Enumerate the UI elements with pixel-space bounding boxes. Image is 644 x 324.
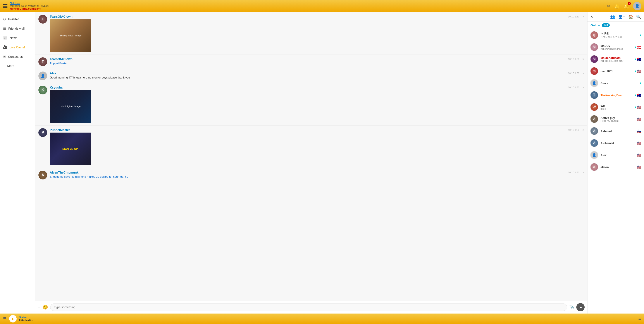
equalizer-icon[interactable]: ☰: [3, 316, 6, 321]
avatar: T: [590, 91, 598, 99]
msg-username[interactable]: Ksyusha: [50, 86, 584, 89]
site-name[interactable]: MyFreeCams.com(18+): [10, 7, 49, 10]
diamond-icon: ♦: [640, 33, 642, 37]
country-flag: 🇺🇸: [637, 105, 642, 109]
msg-text: Good morning 47f bi usa here no men or b…: [50, 76, 584, 79]
panel-close-button[interactable]: ×: [590, 15, 593, 19]
user-avatar[interactable]: 👤: [633, 2, 642, 10]
list-item[interactable]: m matt7861 ♦ 🇺🇸: [588, 65, 644, 77]
username: MaDDy: [600, 44, 632, 47]
msg-username[interactable]: TearsOfAClown: [50, 15, 584, 18]
country-flag: 🇦🇺: [637, 57, 642, 61]
online-panel: × 👥 👤+ 🏠 🔍 Online 143 キ キリタ ラブレス引きこもり: [587, 12, 644, 314]
table-row: 👤 Alex Good morning 47f bi usa here no m…: [35, 69, 587, 83]
user-flags: ♦ 🇺🇸: [634, 69, 642, 73]
avatar: 👤: [590, 79, 598, 87]
notifications-icon[interactable]: 🔔 9: [624, 3, 629, 9]
msg-image: SIGN ME UP!: [50, 133, 91, 165]
hamburger-menu[interactable]: [2, 4, 8, 8]
click-here-link[interactable]: Click Here: [10, 2, 49, 4]
user-flags: ♦ 🇺🇸: [634, 105, 642, 109]
msg-username[interactable]: PuppetMaster: [50, 128, 584, 132]
play-button[interactable]: ▶: [9, 315, 16, 323]
avatar: キ: [590, 31, 598, 39]
sidebar-item-news[interactable]: 📰 News: [0, 33, 35, 42]
player-bar: ☰ ▶ Station Hits Nation ≡: [0, 314, 644, 324]
msg-close-button[interactable]: ×: [582, 171, 584, 174]
sidebar-item-friends-wall[interactable]: ☰ Friends wall: [0, 24, 35, 33]
player-info: Station Hits Nation: [19, 316, 34, 322]
diamond-icon: ♦: [634, 69, 636, 73]
avatar-letter: T: [38, 15, 47, 23]
station-name: Hits Nation: [19, 319, 34, 322]
online-label: Online: [590, 23, 600, 27]
sidebar: ⊙ Invisible ☰ Friends wall 📰 News 🎥 Live…: [0, 12, 35, 314]
online-count-row: Online 143: [588, 21, 644, 29]
avatar-letter: 👤: [38, 72, 47, 80]
msg-close-button[interactable]: ×: [582, 57, 584, 61]
avatar: a: [590, 163, 598, 171]
sidebar-item-live-cams[interactable]: 🎥 Live Cams!: [0, 42, 35, 52]
live-cams-icon: 🎥: [3, 45, 8, 49]
add-attachment-button[interactable]: +: [38, 304, 40, 310]
emoji-button[interactable]: 😊: [42, 305, 48, 310]
sidebar-item-invisible[interactable]: ⊙ Invisible: [0, 14, 35, 24]
list-item[interactable]: M Maidenofdeath Kill, kill, kill...let's…: [588, 53, 644, 65]
user-info: Alchemist: [600, 142, 635, 145]
table-row: P PuppetMaster SIGN ME UP! 10/10 1:50 ×: [35, 126, 587, 168]
sidebar-label-more: More: [7, 64, 14, 68]
list-item[interactable]: A Alchemist 🇺🇸: [588, 137, 644, 149]
add-user-icon[interactable]: 👤+: [618, 14, 625, 19]
msg-close-button[interactable]: ×: [582, 72, 584, 75]
list-item[interactable]: T TheWalkingDead ♦ 🇦🇺: [588, 89, 644, 101]
bell-icon[interactable]: 🔔: [614, 3, 620, 9]
msg-text: PuppetMaster: [50, 62, 584, 65]
table-row: T TearsOfAClown PuppetMaster 10/10 1:50 …: [35, 55, 587, 69]
msg-close-button[interactable]: ×: [582, 15, 584, 18]
list-item[interactable]: A Akhmad 🇷🇺: [588, 125, 644, 137]
avatar: T: [38, 57, 47, 66]
avatar: K: [38, 86, 47, 94]
sidebar-label-invisible: Invisible: [8, 17, 19, 21]
country-flag: 🇺🇸: [637, 141, 642, 145]
avatar-letter: T: [38, 57, 47, 66]
country-flag: 🇺🇸: [637, 153, 642, 157]
msg-close-button[interactable]: ×: [582, 86, 584, 89]
msg-username[interactable]: AlvenTheChipmunk: [50, 171, 584, 174]
main-layout: ⊙ Invisible ☰ Friends wall 📰 News 🎥 Live…: [0, 12, 644, 314]
brand-info: Click Here Watch girls live on webcam fo…: [10, 2, 49, 10]
msg-username[interactable]: Alex: [50, 72, 584, 75]
chat-input[interactable]: [50, 304, 567, 311]
sidebar-label-friends-wall: Friends wall: [8, 27, 25, 30]
avatar: M: [590, 43, 598, 51]
msg-image: MMA fighter image: [50, 90, 91, 123]
top-bar: Click Here Watch girls live on webcam fo…: [0, 0, 644, 12]
player-menu-icon[interactable]: ≡: [638, 316, 641, 322]
send-button[interactable]: ➤: [576, 303, 584, 311]
home-icon[interactable]: 🏠: [628, 14, 633, 19]
list-item[interactable]: キ キリタ ラブレス引きこもり ♦: [588, 29, 644, 41]
msg-username[interactable]: TearsOfAClown: [50, 57, 584, 61]
list-item[interactable]: M MaDDy Kill em with kindness ♦ 🇦🇹: [588, 41, 644, 53]
list-item[interactable]: 👤 Steve ♦: [588, 77, 644, 89]
username: WK: [600, 104, 632, 108]
search-icon[interactable]: 🔍: [636, 14, 641, 19]
list-item[interactable]: A Active guy Read my stuf plz 🇺🇸: [588, 113, 644, 125]
group-icon[interactable]: 👥: [610, 14, 615, 19]
avatar-letter: K: [38, 86, 47, 94]
list-item[interactable]: a alison 🇺🇸: [588, 161, 644, 173]
sidebar-item-more[interactable]: + More: [0, 61, 35, 70]
avatar: W: [590, 103, 598, 111]
msg-image: Boxing match image: [50, 19, 91, 52]
online-count-badge: 143: [602, 23, 610, 27]
paperclip-icon[interactable]: 📎: [569, 305, 574, 310]
messages-icon[interactable]: ✉: [607, 3, 610, 9]
username: Alchemist: [600, 142, 635, 145]
msg-close-button[interactable]: ×: [582, 128, 584, 132]
list-item[interactable]: 👤 Alex 🇺🇸: [588, 149, 644, 161]
user-flags: 🇺🇸: [637, 117, 642, 121]
user-info: Maidenofdeath Kill, kill, kill...let's p…: [600, 56, 632, 62]
chat-messages: T TearsOfAClown Boxing match image 10/10…: [35, 12, 587, 301]
list-item[interactable]: W WK lt me ♦ 🇺🇸: [588, 101, 644, 113]
sidebar-item-contact-us[interactable]: ✉ Contact us: [0, 52, 35, 61]
